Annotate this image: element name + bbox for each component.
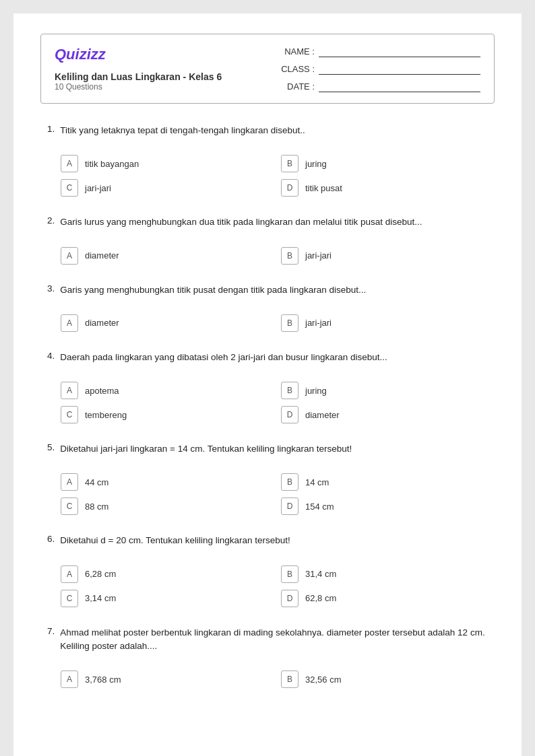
- option-4d[interactable]: D diameter: [281, 406, 488, 423]
- logo: Quizizz: [55, 46, 222, 63]
- option-6c[interactable]: C 3,14 cm: [61, 590, 268, 607]
- option-4b[interactable]: B juring: [281, 382, 488, 399]
- option-4d-text: diameter: [305, 410, 340, 420]
- question-4-header: 4. Daerah pada lingkaran yang dibatasi o…: [47, 351, 488, 374]
- option-5a-text: 44 cm: [85, 477, 108, 487]
- question-6-text: Diketahui d = 20 cm. Tentukan keliling l…: [60, 534, 290, 547]
- option-3a[interactable]: A diameter: [61, 314, 268, 332]
- option-2a[interactable]: A diameter: [61, 247, 268, 265]
- option-2b-letter: B: [281, 247, 298, 265]
- question-2: 2. Garis lurus yang menghubungkan dua ti…: [47, 215, 488, 264]
- question-7-options: A 3,768 cm B 32,56 cm: [61, 671, 488, 688]
- name-line[interactable]: [319, 45, 480, 57]
- option-6a-text: 6,28 cm: [85, 569, 116, 579]
- option-6a-letter: A: [61, 565, 78, 583]
- question-7: 7. Ahmad melihat poster berbentuk lingka…: [47, 626, 488, 689]
- option-4a-letter: A: [61, 382, 78, 399]
- question-3-options: A diameter B jari-jari: [61, 314, 488, 332]
- option-6b-letter: B: [281, 565, 298, 583]
- option-3b[interactable]: B jari-jari: [281, 314, 488, 332]
- question-7-header: 7. Ahmad melihat poster berbentuk lingka…: [47, 626, 488, 663]
- question-3-header: 3. Garis yang menghubungkan titik pusat …: [47, 283, 488, 306]
- class-line[interactable]: [319, 63, 480, 75]
- option-3b-text: jari-jari: [305, 318, 332, 328]
- question-6-options: A 6,28 cm B 31,4 cm C 3,14 cm D 62,8 cm: [61, 565, 488, 607]
- date-line[interactable]: [319, 80, 480, 92]
- question-7-text: Ahmad melihat poster berbentuk lingkaran…: [60, 626, 488, 654]
- option-6d[interactable]: D 62,8 cm: [281, 590, 488, 607]
- question-6-header: 6. Diketahui d = 20 cm. Tentukan kelilin…: [47, 534, 488, 557]
- option-4a[interactable]: A apotema: [61, 382, 268, 399]
- option-5b-text: 14 cm: [305, 477, 329, 487]
- date-field-row: DATE :: [278, 80, 480, 92]
- question-6: 6. Diketahui d = 20 cm. Tentukan kelilin…: [47, 534, 488, 607]
- question-5-options: A 44 cm B 14 cm C 88 cm D 154 cm: [61, 473, 488, 515]
- questions-section: 1. Titik yang letaknya tepat di tengah-t…: [40, 124, 495, 688]
- option-3a-letter: A: [61, 314, 78, 332]
- option-2a-text: diameter: [85, 250, 119, 261]
- option-2b-text: jari-jari: [305, 250, 332, 261]
- option-7b-text: 32,56 cm: [305, 675, 341, 685]
- question-4-options: A apotema B juring C tembereng D diamete…: [61, 382, 488, 423]
- logo-text: Quizizz: [55, 46, 106, 63]
- class-field-row: CLASS :: [278, 63, 480, 75]
- date-label: DATE :: [278, 81, 315, 92]
- option-1b[interactable]: B juring: [281, 155, 488, 172]
- option-5a-letter: A: [61, 473, 78, 491]
- question-5-text: Diketahui jari-jari lingkaran = 14 cm. T…: [60, 442, 352, 456]
- option-6b[interactable]: B 31,4 cm: [281, 565, 488, 583]
- option-6a[interactable]: A 6,28 cm: [61, 565, 268, 583]
- question-1: 1. Titik yang letaknya tepat di tengah-t…: [47, 124, 488, 197]
- question-2-number: 2.: [47, 215, 55, 226]
- option-3a-text: diameter: [85, 318, 119, 328]
- option-1c-text: jari-jari: [85, 183, 111, 193]
- option-7a[interactable]: A 3,768 cm: [61, 671, 268, 688]
- page: Quizizz Keliling dan Luas Lingkaran - Ke…: [13, 13, 522, 756]
- option-5c-letter: C: [61, 497, 78, 515]
- option-5a[interactable]: A 44 cm: [61, 473, 268, 491]
- question-4-text: Daerah pada lingkaran yang dibatasi oleh…: [60, 351, 387, 364]
- question-2-text: Garis lurus yang menghubungkan dua titik…: [60, 215, 422, 229]
- option-5c[interactable]: C 88 cm: [61, 497, 268, 515]
- quiz-title: Keliling dan Luas Lingkaran - Kelas 6: [55, 71, 222, 82]
- option-4a-text: apotema: [85, 386, 119, 396]
- option-1a[interactable]: A titik bayangan: [61, 155, 268, 172]
- header-left: Quizizz Keliling dan Luas Lingkaran - Ke…: [55, 46, 222, 92]
- name-field-row: NAME :: [278, 45, 480, 57]
- option-6c-letter: C: [61, 590, 78, 607]
- option-2a-letter: A: [61, 247, 78, 265]
- option-6c-text: 3,14 cm: [85, 593, 116, 603]
- option-1c[interactable]: C jari-jari: [61, 179, 268, 197]
- question-3-text: Garis yang menghubungkan titik pusat den…: [60, 283, 366, 297]
- question-3-number: 3.: [47, 283, 55, 294]
- header-box: Quizizz Keliling dan Luas Lingkaran - Ke…: [40, 34, 495, 104]
- option-5d-text: 154 cm: [305, 502, 334, 512]
- question-5-header: 5. Diketahui jari-jari lingkaran = 14 cm…: [47, 442, 488, 465]
- option-7a-letter: A: [61, 671, 78, 688]
- option-1d[interactable]: D titik pusat: [281, 179, 488, 197]
- header-fields: NAME : CLASS : DATE :: [278, 45, 480, 92]
- question-1-header: 1. Titik yang letaknya tepat di tengah-t…: [47, 124, 488, 147]
- option-5b[interactable]: B 14 cm: [281, 473, 488, 491]
- option-2b[interactable]: B jari-jari: [281, 247, 488, 265]
- question-4: 4. Daerah pada lingkaran yang dibatasi o…: [47, 351, 488, 423]
- option-4c[interactable]: C tembereng: [61, 406, 268, 423]
- quiz-subtitle: 10 Questions: [55, 82, 222, 92]
- option-6b-text: 31,4 cm: [305, 569, 336, 579]
- name-label: NAME :: [278, 46, 315, 57]
- question-4-number: 4.: [47, 351, 55, 361]
- question-1-text: Titik yang letaknya tepat di tengah-teng…: [60, 124, 305, 137]
- class-label: CLASS :: [278, 64, 315, 74]
- option-1a-letter: A: [61, 155, 78, 172]
- option-7b-letter: B: [281, 671, 298, 688]
- option-5b-letter: B: [281, 473, 298, 491]
- question-7-number: 7.: [47, 626, 55, 636]
- question-1-options: A titik bayangan B juring C jari-jari D …: [61, 155, 488, 197]
- question-6-number: 6.: [47, 534, 55, 544]
- option-7b[interactable]: B 32,56 cm: [281, 671, 488, 688]
- option-1b-text: juring: [305, 159, 327, 169]
- question-3: 3. Garis yang menghubungkan titik pusat …: [47, 283, 488, 332]
- option-4b-letter: B: [281, 382, 298, 399]
- question-2-options: A diameter B jari-jari: [61, 247, 488, 265]
- option-5d[interactable]: D 154 cm: [281, 497, 488, 515]
